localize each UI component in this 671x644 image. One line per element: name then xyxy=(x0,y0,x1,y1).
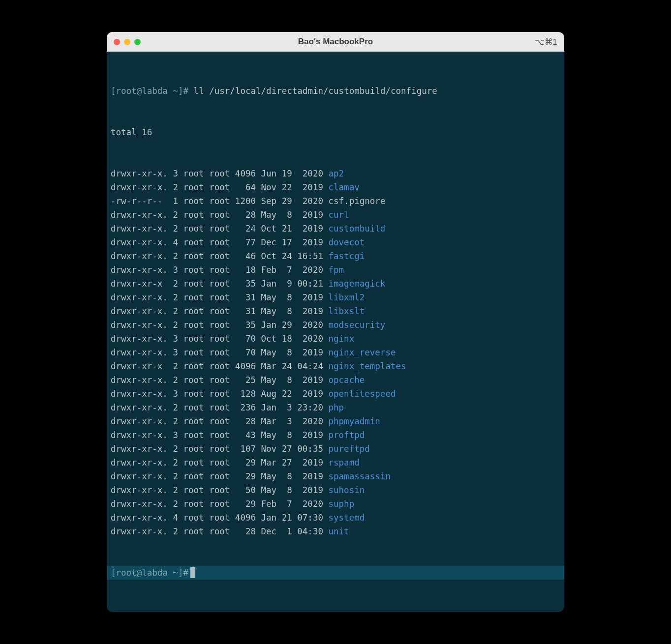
directory-name: imagemagick xyxy=(329,279,386,289)
file-meta: drwxr-xr-x. 3 root root 128 Aug 22 2019 xyxy=(111,389,329,399)
list-item: drwxr-xr-x. 2 root root 50 May 8 2019 su… xyxy=(111,483,560,497)
list-item: drwxr-xr-x 2 root root 35 Jan 9 00:21 im… xyxy=(111,277,560,291)
list-item: drwxr-xr-x. 2 root root 28 May 8 2019 cu… xyxy=(111,208,560,222)
directory-name: nginx xyxy=(329,334,355,344)
directory-name: clamav xyxy=(329,182,360,192)
window-title: Bao's MacbookPro xyxy=(107,37,564,47)
directory-name: curl xyxy=(329,210,349,220)
list-item: drwxr-xr-x. 3 root root 128 Aug 22 2019 … xyxy=(111,387,560,401)
list-item: drwxr-xr-x. 2 root root 35 Jan 29 2020 m… xyxy=(111,318,560,332)
close-button[interactable] xyxy=(114,39,120,45)
file-meta: drwxr-xr-x. 3 root root 70 May 8 2019 xyxy=(111,348,329,357)
list-item: drwxr-xr-x. 2 root root 24 Oct 21 2019 c… xyxy=(111,222,560,235)
file-meta: drwxr-xr-x. 2 root root 25 May 8 2019 xyxy=(111,375,329,385)
file-meta: drwxr-xr-x. 4 root root 77 Dec 17 2019 xyxy=(111,237,329,247)
file-meta: drwxr-xr-x. 2 root root 50 May 8 2019 xyxy=(111,485,329,495)
file-meta: drwxr-xr-x. 2 root root 35 Jan 29 2020 xyxy=(111,320,329,330)
titlebar: Bao's MacbookPro ⌥⌘1 xyxy=(107,32,564,52)
list-item: drwxr-xr-x. 2 root root 25 May 8 2019 op… xyxy=(111,373,560,387)
directory-name: fastcgi xyxy=(329,251,365,261)
total-line: total 16 xyxy=(111,125,560,139)
current-prompt-line[interactable]: [root@labda ~]# xyxy=(107,566,564,580)
file-meta: drwxr-xr-x. 2 root root 29 May 8 2019 xyxy=(111,471,329,481)
traffic-lights xyxy=(114,39,141,45)
list-item: drwxr-xr-x. 2 root root 28 Dec 1 04:30 u… xyxy=(111,525,560,538)
file-meta: drwxr-xr-x. 2 root root 28 Mar 3 2020 xyxy=(111,416,329,426)
list-item: drwxr-xr-x. 2 root root 28 Mar 3 2020 ph… xyxy=(111,414,560,428)
directory-name: opcache xyxy=(329,375,365,385)
directory-name: phpmyadmin xyxy=(329,416,380,426)
file-meta: drwxr-xr-x. 2 root root 28 Dec 1 04:30 xyxy=(111,527,329,536)
file-meta: drwxr-xr-x. 3 root root 4096 Jun 19 2020 xyxy=(111,169,329,178)
file-meta: drwxr-xr-x. 2 root root 29 Feb 7 2020 xyxy=(111,499,329,509)
file-meta: drwxr-xr-x. 2 root root 31 May 8 2019 xyxy=(111,293,329,302)
directory-name: systemd xyxy=(329,513,365,523)
directory-name: libxml2 xyxy=(329,293,365,302)
file-meta: -rw-r--r-- 1 root root 1200 Sep 29 2020 xyxy=(111,196,329,206)
directory-name: custombuild xyxy=(329,224,386,234)
list-item: drwxr-xr-x. 3 root root 70 Oct 18 2020 n… xyxy=(111,332,560,346)
file-meta: drwxr-xr-x 2 root root 4096 Mar 24 04:24 xyxy=(111,361,329,371)
command-line: [root@labda ~]# ll /usr/local/directadmi… xyxy=(111,84,560,98)
terminal-window: Bao's MacbookPro ⌥⌘1 [root@labda ~]# ll … xyxy=(107,32,564,612)
terminal-content[interactable]: [root@labda ~]# ll /usr/local/directadmi… xyxy=(107,52,564,612)
list-item: drwxr-xr-x. 2 root root 29 Feb 7 2020 su… xyxy=(111,497,560,511)
list-item: drwxr-xr-x. 3 root root 18 Feb 7 2020 fp… xyxy=(111,263,560,277)
directory-name: proftpd xyxy=(329,430,365,440)
list-item: drwxr-xr-x. 2 root root 29 May 8 2019 sp… xyxy=(111,469,560,483)
directory-name: nginx_templates xyxy=(329,361,406,371)
list-item: drwxr-xr-x. 2 root root 31 May 8 2019 li… xyxy=(111,304,560,318)
file-name: csf.pignore xyxy=(329,196,386,206)
file-meta: drwxr-xr-x. 2 root root 29 Mar 27 2019 xyxy=(111,458,329,468)
list-item: -rw-r--r-- 1 root root 1200 Sep 29 2020 … xyxy=(111,194,560,208)
file-listing: drwxr-xr-x. 3 root root 4096 Jun 19 2020… xyxy=(111,167,560,538)
directory-name: modsecurity xyxy=(329,320,386,330)
file-meta: drwxr-xr-x. 2 root root 64 Nov 22 2019 xyxy=(111,182,329,192)
list-item: drwxr-xr-x. 2 root root 31 May 8 2019 li… xyxy=(111,291,560,304)
directory-name: dovecot xyxy=(329,237,365,247)
list-item: drwxr-xr-x. 2 root root 29 Mar 27 2019 r… xyxy=(111,456,560,469)
directory-name: php xyxy=(329,403,344,412)
file-meta: drwxr-xr-x. 3 root root 70 Oct 18 2020 xyxy=(111,334,329,344)
directory-name: suphp xyxy=(329,499,355,509)
prompt: [root@labda ~]# xyxy=(111,566,188,580)
cursor xyxy=(190,567,195,578)
directory-name: fpm xyxy=(329,265,344,275)
directory-name: pureftpd xyxy=(329,444,370,454)
command-text: ll /usr/local/directadmin/custombuild/co… xyxy=(194,86,437,96)
file-meta: drwxr-xr-x. 2 root root 24 Oct 21 2019 xyxy=(111,224,329,234)
file-meta: drwxr-xr-x. 2 root root 28 May 8 2019 xyxy=(111,210,329,220)
file-meta: drwxr-xr-x. 2 root root 236 Jan 3 23:20 xyxy=(111,403,329,412)
list-item: drwxr-xr-x. 4 root root 4096 Jan 21 07:3… xyxy=(111,511,560,525)
file-meta: drwxr-xr-x. 2 root root 31 May 8 2019 xyxy=(111,306,329,316)
file-meta: drwxr-xr-x. 2 root root 46 Oct 24 16:51 xyxy=(111,251,329,261)
directory-name: unit xyxy=(329,527,349,536)
list-item: drwxr-xr-x. 2 root root 107 Nov 27 00:35… xyxy=(111,442,560,456)
directory-name: rspamd xyxy=(329,458,360,468)
file-meta: drwxr-xr-x. 3 root root 43 May 8 2019 xyxy=(111,430,329,440)
prompt: [root@labda ~]# xyxy=(111,86,188,96)
list-item: drwxr-xr-x. 3 root root 43 May 8 2019 pr… xyxy=(111,428,560,442)
directory-name: libxslt xyxy=(329,306,365,316)
directory-name: suhosin xyxy=(329,485,365,495)
directory-name: spamassassin xyxy=(329,471,391,481)
directory-name: ap2 xyxy=(329,169,344,178)
directory-name: openlitespeed xyxy=(329,389,396,399)
minimize-button[interactable] xyxy=(124,39,130,45)
file-meta: drwxr-xr-x. 4 root root 4096 Jan 21 07:3… xyxy=(111,513,329,523)
list-item: drwxr-xr-x. 2 root root 64 Nov 22 2019 c… xyxy=(111,180,560,194)
list-item: drwxr-xr-x. 3 root root 70 May 8 2019 ng… xyxy=(111,346,560,359)
window-shortcut: ⌥⌘1 xyxy=(535,37,557,47)
maximize-button[interactable] xyxy=(134,39,141,45)
file-meta: drwxr-xr-x. 3 root root 18 Feb 7 2020 xyxy=(111,265,329,275)
list-item: drwxr-xr-x. 2 root root 46 Oct 24 16:51 … xyxy=(111,249,560,263)
list-item: drwxr-xr-x. 2 root root 236 Jan 3 23:20 … xyxy=(111,401,560,414)
list-item: drwxr-xr-x 2 root root 4096 Mar 24 04:24… xyxy=(111,359,560,373)
file-meta: drwxr-xr-x 2 root root 35 Jan 9 00:21 xyxy=(111,279,329,289)
list-item: drwxr-xr-x. 4 root root 77 Dec 17 2019 d… xyxy=(111,235,560,249)
file-meta: drwxr-xr-x. 2 root root 107 Nov 27 00:35 xyxy=(111,444,329,454)
directory-name: nginx_reverse xyxy=(329,348,396,357)
list-item: drwxr-xr-x. 3 root root 4096 Jun 19 2020… xyxy=(111,167,560,180)
